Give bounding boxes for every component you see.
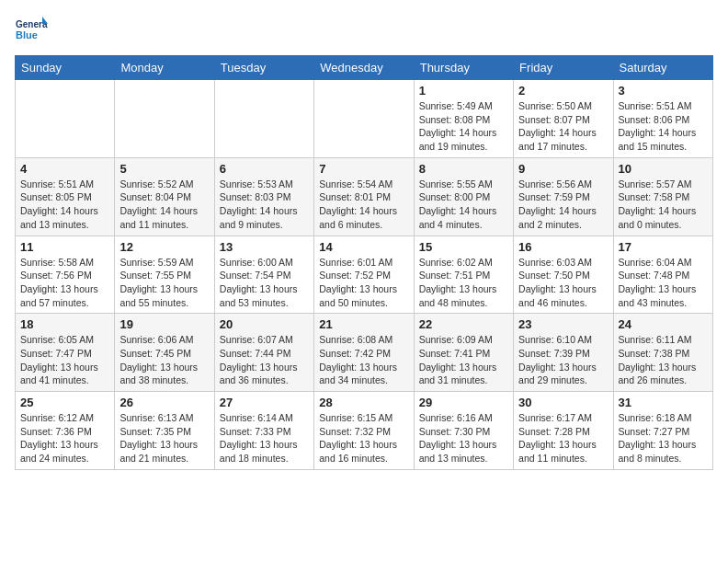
calendar-day-cell: 20Sunrise: 6:07 AM Sunset: 7:44 PM Dayli… xyxy=(214,314,313,392)
calendar-day-cell: 17Sunrise: 6:04 AM Sunset: 7:48 PM Dayli… xyxy=(613,236,712,314)
day-info: Sunrise: 6:08 AM Sunset: 7:42 PM Dayligh… xyxy=(319,333,408,387)
calendar-day-cell: 24Sunrise: 6:11 AM Sunset: 7:38 PM Dayli… xyxy=(613,314,712,392)
calendar-day-cell: 26Sunrise: 6:13 AM Sunset: 7:35 PM Dayli… xyxy=(115,392,214,470)
day-number: 28 xyxy=(319,396,408,409)
day-info: Sunrise: 6:10 AM Sunset: 7:39 PM Dayligh… xyxy=(518,333,608,387)
weekday-header-cell: Wednesday xyxy=(314,56,414,80)
day-info: Sunrise: 6:16 AM Sunset: 7:30 PM Dayligh… xyxy=(419,411,508,465)
day-number: 31 xyxy=(619,396,708,409)
calendar-week-row: 25Sunrise: 6:12 AM Sunset: 7:36 PM Dayli… xyxy=(16,392,713,470)
calendar-day-cell: 10Sunrise: 5:57 AM Sunset: 7:58 PM Dayli… xyxy=(613,157,712,236)
day-info: Sunrise: 6:03 AM Sunset: 7:50 PM Dayligh… xyxy=(518,256,608,310)
day-number: 19 xyxy=(119,317,209,331)
day-info: Sunrise: 5:59 AM Sunset: 7:55 PM Dayligh… xyxy=(119,256,209,310)
day-info: Sunrise: 5:53 AM Sunset: 8:03 PM Dayligh… xyxy=(220,178,309,232)
calendar-day-cell: 28Sunrise: 6:15 AM Sunset: 7:32 PM Dayli… xyxy=(314,392,414,470)
weekday-header-cell: Monday xyxy=(115,56,214,80)
calendar-day-cell: 22Sunrise: 6:09 AM Sunset: 7:41 PM Dayli… xyxy=(414,314,513,392)
calendar-day-cell: 4Sunrise: 5:51 AM Sunset: 8:05 PM Daylig… xyxy=(16,157,115,236)
calendar-day-cell: 30Sunrise: 6:17 AM Sunset: 7:28 PM Dayli… xyxy=(514,392,613,470)
calendar-day-cell: 23Sunrise: 6:10 AM Sunset: 7:39 PM Dayli… xyxy=(514,314,613,392)
day-number: 27 xyxy=(220,396,309,409)
day-number: 17 xyxy=(619,240,708,254)
day-number: 24 xyxy=(619,317,708,331)
day-number: 20 xyxy=(220,317,309,331)
day-info: Sunrise: 6:11 AM Sunset: 7:38 PM Dayligh… xyxy=(619,333,708,387)
calendar-day-cell: 14Sunrise: 6:01 AM Sunset: 7:52 PM Dayli… xyxy=(314,236,414,314)
calendar-day-cell: 9Sunrise: 5:56 AM Sunset: 7:59 PM Daylig… xyxy=(514,157,613,236)
day-info: Sunrise: 6:13 AM Sunset: 7:35 PM Dayligh… xyxy=(119,411,209,465)
day-number: 10 xyxy=(619,162,708,176)
day-number: 2 xyxy=(518,84,608,98)
day-info: Sunrise: 6:04 AM Sunset: 7:48 PM Dayligh… xyxy=(619,256,708,310)
day-number: 9 xyxy=(518,162,608,176)
weekday-header-cell: Saturday xyxy=(613,56,712,80)
day-info: Sunrise: 6:05 AM Sunset: 7:47 PM Dayligh… xyxy=(20,333,109,387)
calendar-day-cell: 2Sunrise: 5:50 AM Sunset: 8:07 PM Daylig… xyxy=(514,80,613,158)
calendar-day-cell: 25Sunrise: 6:12 AM Sunset: 7:36 PM Dayli… xyxy=(16,392,115,470)
calendar-day-cell: 8Sunrise: 5:55 AM Sunset: 8:00 PM Daylig… xyxy=(414,157,513,236)
calendar-day-cell: 13Sunrise: 6:00 AM Sunset: 7:54 PM Dayli… xyxy=(214,236,313,314)
calendar-day-cell: 5Sunrise: 5:52 AM Sunset: 8:04 PM Daylig… xyxy=(115,157,214,236)
day-info: Sunrise: 6:14 AM Sunset: 7:33 PM Dayligh… xyxy=(220,411,309,465)
weekday-header-row: SundayMondayTuesdayWednesdayThursdayFrid… xyxy=(16,56,713,80)
calendar-day-cell: 27Sunrise: 6:14 AM Sunset: 7:33 PM Dayli… xyxy=(214,392,313,470)
calendar-day-cell: 12Sunrise: 5:59 AM Sunset: 7:55 PM Dayli… xyxy=(115,236,214,314)
day-number: 30 xyxy=(518,396,608,409)
day-info: Sunrise: 5:51 AM Sunset: 8:05 PM Dayligh… xyxy=(20,178,109,232)
day-number: 7 xyxy=(319,162,408,176)
calendar-day-cell xyxy=(214,80,313,158)
calendar-day-cell xyxy=(16,80,115,158)
day-info: Sunrise: 6:17 AM Sunset: 7:28 PM Dayligh… xyxy=(518,411,608,465)
calendar-day-cell: 15Sunrise: 6:02 AM Sunset: 7:51 PM Dayli… xyxy=(414,236,513,314)
logo-svg: General Blue xyxy=(15,15,48,48)
calendar-day-cell: 31Sunrise: 6:18 AM Sunset: 7:27 PM Dayli… xyxy=(613,392,712,470)
day-info: Sunrise: 5:56 AM Sunset: 7:59 PM Dayligh… xyxy=(518,178,608,232)
calendar-day-cell: 7Sunrise: 5:54 AM Sunset: 8:01 PM Daylig… xyxy=(314,157,414,236)
day-info: Sunrise: 6:00 AM Sunset: 7:54 PM Dayligh… xyxy=(220,256,309,310)
day-number: 16 xyxy=(518,240,608,254)
day-info: Sunrise: 6:02 AM Sunset: 7:51 PM Dayligh… xyxy=(419,256,508,310)
calendar-day-cell: 3Sunrise: 5:51 AM Sunset: 8:06 PM Daylig… xyxy=(613,80,712,158)
weekday-header-cell: Sunday xyxy=(16,56,115,80)
weekday-header-cell: Tuesday xyxy=(214,56,313,80)
day-info: Sunrise: 5:49 AM Sunset: 8:08 PM Dayligh… xyxy=(419,99,508,154)
day-number: 12 xyxy=(119,240,209,254)
calendar-body: 1Sunrise: 5:49 AM Sunset: 8:08 PM Daylig… xyxy=(16,80,713,470)
day-number: 11 xyxy=(20,240,109,254)
day-number: 4 xyxy=(20,162,109,176)
day-info: Sunrise: 6:18 AM Sunset: 7:27 PM Dayligh… xyxy=(619,411,708,465)
day-info: Sunrise: 6:01 AM Sunset: 7:52 PM Dayligh… xyxy=(319,256,408,310)
calendar-day-cell: 21Sunrise: 6:08 AM Sunset: 7:42 PM Dayli… xyxy=(314,314,414,392)
day-info: Sunrise: 5:50 AM Sunset: 8:07 PM Dayligh… xyxy=(518,99,608,154)
weekday-header-cell: Friday xyxy=(514,56,613,80)
calendar-day-cell: 19Sunrise: 6:06 AM Sunset: 7:45 PM Dayli… xyxy=(115,314,214,392)
day-number: 26 xyxy=(119,396,209,409)
day-number: 6 xyxy=(220,162,309,176)
day-number: 5 xyxy=(119,162,209,176)
calendar-day-cell: 1Sunrise: 5:49 AM Sunset: 8:08 PM Daylig… xyxy=(414,80,513,158)
calendar-day-cell: 29Sunrise: 6:16 AM Sunset: 7:30 PM Dayli… xyxy=(414,392,513,470)
day-number: 18 xyxy=(20,317,109,331)
calendar-day-cell xyxy=(314,80,414,158)
calendar-week-row: 11Sunrise: 5:58 AM Sunset: 7:56 PM Dayli… xyxy=(16,236,713,314)
calendar-day-cell: 6Sunrise: 5:53 AM Sunset: 8:03 PM Daylig… xyxy=(214,157,313,236)
day-info: Sunrise: 5:55 AM Sunset: 8:00 PM Dayligh… xyxy=(419,178,508,232)
day-info: Sunrise: 5:57 AM Sunset: 7:58 PM Dayligh… xyxy=(619,178,708,232)
day-number: 13 xyxy=(220,240,309,254)
calendar-day-cell: 16Sunrise: 6:03 AM Sunset: 7:50 PM Dayli… xyxy=(514,236,613,314)
day-number: 14 xyxy=(319,240,408,254)
day-info: Sunrise: 5:54 AM Sunset: 8:01 PM Dayligh… xyxy=(319,178,408,232)
day-info: Sunrise: 5:52 AM Sunset: 8:04 PM Dayligh… xyxy=(119,178,209,232)
day-number: 15 xyxy=(419,240,508,254)
day-number: 8 xyxy=(419,162,508,176)
calendar-table: SundayMondayTuesdayWednesdayThursdayFrid… xyxy=(15,55,713,470)
day-number: 25 xyxy=(20,396,109,409)
day-info: Sunrise: 6:15 AM Sunset: 7:32 PM Dayligh… xyxy=(319,411,408,465)
day-number: 29 xyxy=(419,396,508,409)
weekday-header-cell: Thursday xyxy=(414,56,513,80)
day-info: Sunrise: 6:09 AM Sunset: 7:41 PM Dayligh… xyxy=(419,333,508,387)
day-info: Sunrise: 5:58 AM Sunset: 7:56 PM Dayligh… xyxy=(20,256,109,310)
day-info: Sunrise: 6:12 AM Sunset: 7:36 PM Dayligh… xyxy=(20,411,109,465)
calendar-day-cell: 11Sunrise: 5:58 AM Sunset: 7:56 PM Dayli… xyxy=(16,236,115,314)
